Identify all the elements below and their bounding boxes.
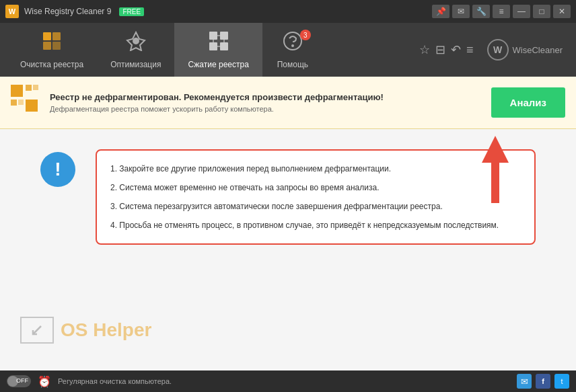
watermark-box — [20, 317, 54, 344]
info-item-2: 2. Система может временно не отвечать на… — [110, 182, 521, 194]
help-badge: 3 — [300, 30, 311, 40]
wisecleaner-brand: W WiseCleaner — [487, 39, 563, 61]
svg-marker-22 — [482, 136, 509, 203]
app-title: Wise Registry Cleaner 9 — [24, 7, 111, 16]
app-logo: W — [5, 5, 19, 18]
warning-icon — [11, 85, 40, 120]
red-arrow-indicator — [475, 136, 515, 206]
svg-rect-7 — [220, 32, 228, 40]
warning-text: Реестр не дефрагментирован. Рекомендуетс… — [50, 92, 482, 113]
watermark: OS Helper — [20, 317, 151, 344]
star-icon[interactable]: ☆ — [419, 42, 430, 57]
main-content: Реестр не дефрагментирован. Рекомендуетс… — [0, 77, 576, 370]
maximize-button[interactable]: □ — [533, 5, 550, 18]
watermark-text: OS Helper — [61, 319, 151, 341]
tab-help[interactable]: Помощь 3 — [262, 23, 323, 77]
svg-rect-8 — [209, 42, 217, 50]
menu-icon[interactable]: ≡ — [466, 43, 474, 57]
toolbar-right: ☆ ⊟ ↶ ≡ W WiseCleaner — [419, 23, 569, 77]
svg-rect-1 — [52, 32, 61, 40]
close-button[interactable]: ✕ — [553, 5, 571, 18]
clean-tab-icon — [42, 31, 62, 56]
svg-rect-21 — [18, 100, 24, 105]
svg-point-5 — [133, 38, 139, 44]
brand-name: WiseCleaner — [513, 45, 563, 55]
analyze-button[interactable]: Анализ — [491, 87, 565, 118]
email-button[interactable]: ✉ — [517, 374, 532, 389]
schedule-icon: ⏰ — [38, 375, 51, 388]
info-icon: ! — [40, 152, 75, 187]
header-icons: ☆ ⊟ ↶ ≡ — [419, 42, 474, 57]
app-version: FREE — [119, 7, 144, 16]
inbox-icon[interactable]: ⊟ — [435, 42, 445, 57]
info-item-3: 3. Система перезагрузится автоматически … — [110, 200, 521, 212]
list-icon[interactable]: ≡ — [493, 5, 510, 18]
wrench-icon[interactable]: 🔧 — [472, 5, 490, 18]
facebook-button[interactable]: f — [536, 374, 550, 389]
schedule-toggle[interactable]: OFF — [7, 375, 31, 387]
warning-banner: Реестр не дефрагментирован. Рекомендуетс… — [0, 77, 576, 129]
svg-rect-17 — [26, 85, 32, 91]
svg-point-15 — [291, 44, 294, 47]
rotate-icon[interactable]: ↶ — [451, 42, 461, 57]
brand-circle: W — [487, 39, 509, 61]
tab-compress-label: Сжатие реестра — [188, 60, 248, 69]
helper-text: Helper — [93, 319, 151, 340]
svg-rect-16 — [11, 85, 23, 97]
svg-rect-3 — [52, 42, 61, 50]
warning-title: Реестр не дефрагментирован. Рекомендуетс… — [50, 92, 482, 102]
pin-icon[interactable]: 📌 — [432, 5, 449, 18]
toggle-label: OFF — [16, 377, 28, 384]
tab-compress[interactable]: Сжатие реестра — [174, 23, 262, 77]
svg-rect-0 — [43, 32, 51, 40]
svg-rect-2 — [43, 42, 51, 50]
window-controls: 📌 ✉ 🔧 ≡ — □ ✕ — [432, 5, 571, 18]
svg-rect-18 — [11, 100, 17, 106]
info-item-1: 1. Закройте все другие приложения перед … — [110, 163, 521, 175]
toolbar: Очистка реестра Оптимизация Сжатие — [0, 23, 576, 77]
status-text: Регулярная очистка компьютера. — [58, 377, 510, 385]
status-actions: ✉ f t — [517, 374, 569, 389]
optimize-tab-icon — [126, 31, 146, 56]
tab-optimize-label: Оптимизация — [110, 60, 161, 69]
tab-help-label: Помощь — [277, 60, 308, 69]
minimize-button[interactable]: — — [513, 5, 530, 18]
svg-rect-6 — [209, 32, 217, 40]
mail-icon[interactable]: ✉ — [452, 5, 470, 18]
tab-optimize[interactable]: Оптимизация — [97, 23, 174, 77]
svg-rect-20 — [33, 85, 38, 90]
tab-clean[interactable]: Очистка реестра — [7, 23, 97, 77]
svg-rect-9 — [220, 42, 228, 50]
compress-tab-icon — [209, 31, 229, 56]
warning-subtitle: Дефрагментация реестра поможет ускорить … — [50, 105, 482, 113]
twitter-button[interactable]: t — [554, 374, 569, 389]
os-text: OS — [61, 319, 87, 340]
status-bar: OFF ⏰ Регулярная очистка компьютера. ✉ f… — [0, 370, 576, 392]
title-bar-left: W Wise Registry Cleaner 9 FREE — [5, 5, 144, 18]
title-bar: W Wise Registry Cleaner 9 FREE 📌 ✉ 🔧 ≡ —… — [0, 0, 576, 23]
info-box: 1. Закройте все другие приложения перед … — [96, 149, 536, 245]
brand-letter: W — [493, 44, 502, 55]
tab-clean-label: Очистка реестра — [20, 60, 83, 69]
info-item-4: 4. Просьба не отменять процесс, в против… — [110, 219, 521, 231]
svg-rect-19 — [26, 100, 38, 112]
